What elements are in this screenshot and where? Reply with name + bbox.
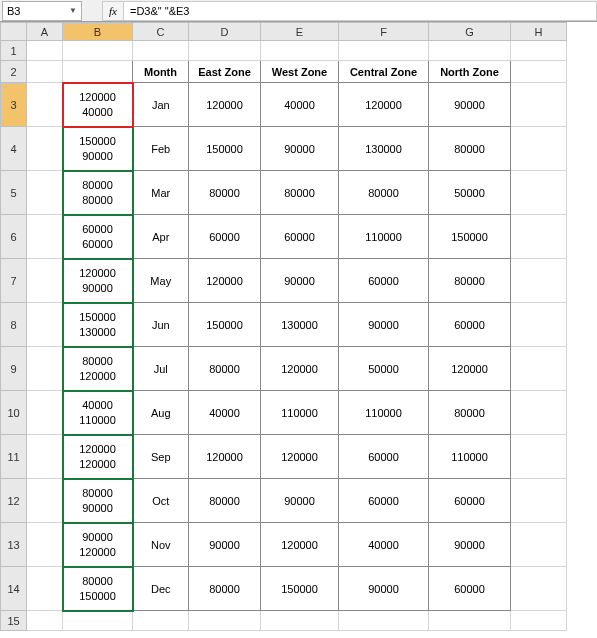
cell-B6[interactable]: 6000060000	[63, 215, 133, 259]
cell-G[interactable]	[429, 611, 511, 631]
cell-A8[interactable]	[27, 303, 63, 347]
cell-G2[interactable]: North Zone	[429, 61, 511, 83]
row-header-9[interactable]: 9	[1, 347, 27, 391]
cell-H9[interactable]	[511, 347, 567, 391]
cell-A7[interactable]	[27, 259, 63, 303]
cell-E5[interactable]: 80000	[261, 171, 339, 215]
cell-B4[interactable]: 15000090000	[63, 127, 133, 171]
cell-E[interactable]	[261, 41, 339, 61]
cell-F[interactable]	[339, 611, 429, 631]
cell-C6[interactable]: Apr	[133, 215, 189, 259]
cell-G9[interactable]: 120000	[429, 347, 511, 391]
cell-E13[interactable]: 120000	[261, 523, 339, 567]
cell-H12[interactable]	[511, 479, 567, 523]
row-header-15[interactable]: 15	[1, 611, 27, 631]
cell-F3[interactable]: 120000	[339, 83, 429, 127]
cell-F9[interactable]: 50000	[339, 347, 429, 391]
row-header-4[interactable]: 4	[1, 127, 27, 171]
cell-F10[interactable]: 110000	[339, 391, 429, 435]
cell-B2[interactable]	[63, 61, 133, 83]
cell-E8[interactable]: 130000	[261, 303, 339, 347]
cell-E12[interactable]: 90000	[261, 479, 339, 523]
cell-D9[interactable]: 80000	[189, 347, 261, 391]
cell-H[interactable]	[511, 611, 567, 631]
row-header-6[interactable]: 6	[1, 215, 27, 259]
cell-C11[interactable]: Sep	[133, 435, 189, 479]
name-box[interactable]: B3 ▼	[2, 1, 82, 21]
cell-H7[interactable]	[511, 259, 567, 303]
cell-G6[interactable]: 150000	[429, 215, 511, 259]
fx-button[interactable]: fx	[102, 1, 124, 21]
formula-input[interactable]: =D3&" "&E3	[124, 1, 597, 21]
cell-D2[interactable]: East Zone	[189, 61, 261, 83]
cell-B9[interactable]: 80000120000	[63, 347, 133, 391]
cell-F5[interactable]: 80000	[339, 171, 429, 215]
cell-D3[interactable]: 120000	[189, 83, 261, 127]
cell-A[interactable]	[27, 41, 63, 61]
cell-C10[interactable]: Aug	[133, 391, 189, 435]
cell-C7[interactable]: May	[133, 259, 189, 303]
cell-A2[interactable]	[27, 61, 63, 83]
cell-E14[interactable]: 150000	[261, 567, 339, 611]
cell-A11[interactable]	[27, 435, 63, 479]
row-header-2[interactable]: 2	[1, 61, 27, 83]
cell-F8[interactable]: 90000	[339, 303, 429, 347]
cell-D12[interactable]: 80000	[189, 479, 261, 523]
cell-D4[interactable]: 150000	[189, 127, 261, 171]
cell-A14[interactable]	[27, 567, 63, 611]
cell-E9[interactable]: 120000	[261, 347, 339, 391]
cell-A10[interactable]	[27, 391, 63, 435]
col-header-G[interactable]: G	[429, 23, 511, 41]
cell-F12[interactable]: 60000	[339, 479, 429, 523]
cell-E[interactable]	[261, 611, 339, 631]
chevron-down-icon[interactable]: ▼	[69, 6, 77, 15]
cell-F7[interactable]: 60000	[339, 259, 429, 303]
cell-D6[interactable]: 60000	[189, 215, 261, 259]
cell-E6[interactable]: 60000	[261, 215, 339, 259]
cell-B14[interactable]: 80000150000	[63, 567, 133, 611]
cell-C12[interactable]: Oct	[133, 479, 189, 523]
cell-B11[interactable]: 120000120000	[63, 435, 133, 479]
cell-D[interactable]	[189, 41, 261, 61]
cell-H13[interactable]	[511, 523, 567, 567]
cell-A6[interactable]	[27, 215, 63, 259]
cell-B5[interactable]: 8000080000	[63, 171, 133, 215]
cell-B10[interactable]: 40000110000	[63, 391, 133, 435]
col-header-E[interactable]: E	[261, 23, 339, 41]
col-header-H[interactable]: H	[511, 23, 567, 41]
select-all-corner[interactable]	[1, 23, 27, 41]
cell-F6[interactable]: 110000	[339, 215, 429, 259]
row-header-7[interactable]: 7	[1, 259, 27, 303]
cell-A5[interactable]	[27, 171, 63, 215]
cell-H4[interactable]	[511, 127, 567, 171]
cell-G12[interactable]: 60000	[429, 479, 511, 523]
cell-D[interactable]	[189, 611, 261, 631]
cell-B7[interactable]: 12000090000	[63, 259, 133, 303]
cell-F14[interactable]: 90000	[339, 567, 429, 611]
cell-C5[interactable]: Mar	[133, 171, 189, 215]
worksheet[interactable]: ABCDEFGH12MonthEast ZoneWest ZoneCentral…	[0, 22, 597, 631]
cell-G11[interactable]: 110000	[429, 435, 511, 479]
row-header-3[interactable]: 3	[1, 83, 27, 127]
cell-B[interactable]	[63, 611, 133, 631]
cell-C[interactable]	[133, 41, 189, 61]
row-header-1[interactable]: 1	[1, 41, 27, 61]
cell-A9[interactable]	[27, 347, 63, 391]
row-header-8[interactable]: 8	[1, 303, 27, 347]
cell-B13[interactable]: 90000120000	[63, 523, 133, 567]
cell-D5[interactable]: 80000	[189, 171, 261, 215]
cell-D13[interactable]: 90000	[189, 523, 261, 567]
cell-D7[interactable]: 120000	[189, 259, 261, 303]
row-header-11[interactable]: 11	[1, 435, 27, 479]
cell-C8[interactable]: Jun	[133, 303, 189, 347]
cell-H5[interactable]	[511, 171, 567, 215]
row-header-12[interactable]: 12	[1, 479, 27, 523]
col-header-F[interactable]: F	[339, 23, 429, 41]
cell-C3[interactable]: Jan	[133, 83, 189, 127]
cell-C4[interactable]: Feb	[133, 127, 189, 171]
cell-B[interactable]	[63, 41, 133, 61]
col-header-A[interactable]: A	[27, 23, 63, 41]
row-header-14[interactable]: 14	[1, 567, 27, 611]
cell-F11[interactable]: 60000	[339, 435, 429, 479]
cell-F13[interactable]: 40000	[339, 523, 429, 567]
